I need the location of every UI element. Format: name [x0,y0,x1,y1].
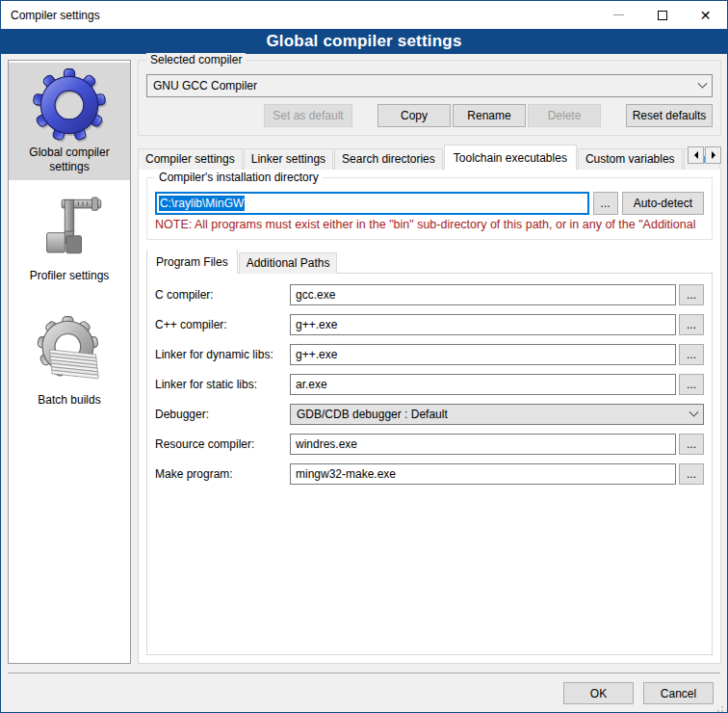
c-compiler-label: C compiler: [155,288,290,302]
maximize-button[interactable] [640,1,684,29]
sidebar-item-batch-builds[interactable]: Batch builds [9,310,130,413]
tab-search-directories[interactable]: Search directories [334,148,443,170]
installation-directory-group: Compiler's installation directory C:\ray… [146,177,713,240]
field-row-cpp-compiler: C++ compiler: ... [155,314,704,335]
window-controls: ✕ [597,1,727,29]
sidebar-item-label: Profiler settings [11,269,128,283]
compiler-tabs: Compiler settings Linker settings Search… [138,144,721,170]
linker-dynamic-input[interactable] [290,344,676,365]
minimize-button[interactable] [597,1,640,29]
debugger-select-value: GDB/CDB debugger : Default [297,408,448,421]
c-compiler-input[interactable] [290,284,676,305]
program-files-tabs: Program Files Additional Paths [146,250,713,274]
installation-directory-browse-button[interactable]: ... [593,192,618,215]
sidebar-item-global-compiler-settings[interactable]: Global compiler settings [9,63,130,180]
footer-separator [8,673,720,673]
compiler-buttons-row: Set as default Copy Rename Delete Reset … [146,104,713,127]
cpp-compiler-label: C++ compiler: [155,318,290,331]
rename-button[interactable]: Rename [453,104,526,127]
compiler-settings-dialog: Compiler settings ✕ Global compiler sett… [0,0,728,713]
installation-directory-row: C:\raylib\MinGW ... Auto-detect [155,192,704,215]
installation-directory-value: C:\raylib\MinGW [159,196,245,211]
installation-directory-input[interactable]: C:\raylib\MinGW [155,192,589,215]
linker-static-browse-button[interactable]: ... [679,374,704,395]
footer-buttons: OK Cancel [563,682,714,704]
dialog-content: Global compiler settings [1,54,727,712]
make-program-label: Make program: [155,467,290,481]
tab-custom-variables[interactable]: Custom variables [578,148,683,170]
field-row-linker-dynamic: Linker for dynamic libs: ... [155,344,704,365]
c-compiler-browse-button[interactable]: ... [679,284,704,305]
make-program-browse-button[interactable]: ... [679,463,704,485]
bin-subdirectory-note: NOTE: All programs must exist either in … [155,218,704,231]
tab-toolchain-executables[interactable]: Toolchain executables [444,145,577,170]
gear-stack-icon [32,315,107,390]
minimize-icon [613,14,624,15]
caliper-icon [32,191,107,266]
reset-defaults-button[interactable]: Reset defaults [626,104,713,127]
arrow-left-icon [694,151,698,159]
cpp-compiler-input[interactable] [290,314,676,335]
cancel-button[interactable]: Cancel [643,682,714,704]
resource-compiler-label: Resource compiler: [155,437,290,451]
tab-linker-settings[interactable]: Linker settings [244,148,333,170]
program-files-page: C compiler: ... C++ compiler: ... Linker… [146,273,713,655]
linker-dynamic-label: Linker for dynamic libs: [155,348,290,361]
arrow-right-icon [712,151,715,159]
installation-directory-group-label: Compiler's installation directory [155,171,323,184]
field-row-c-compiler: C compiler: ... [155,284,704,305]
blue-gear-icon [32,67,107,143]
chevron-down-icon [689,407,699,416]
make-program-input[interactable] [290,463,676,485]
resize-grip[interactable] [721,706,723,708]
linker-static-label: Linker for static libs: [155,378,290,391]
maximize-icon [658,11,667,20]
tab-scroll-arrows [688,146,721,164]
close-button[interactable]: ✕ [684,1,727,29]
dialog-banner: Global compiler settings [1,29,727,54]
cpp-compiler-browse-button[interactable]: ... [679,314,704,335]
copy-button[interactable]: Copy [377,104,451,127]
field-row-linker-static: Linker for static libs: ... [155,374,704,395]
linker-dynamic-browse-button[interactable]: ... [679,344,704,365]
tab-program-files[interactable]: Program Files [146,250,238,274]
sidebar-item-label: Global compiler settings [11,145,128,174]
toolchain-executables-panel: Compiler's installation directory C:\ray… [138,169,721,664]
ok-button[interactable]: OK [563,682,634,704]
debugger-label: Debugger: [155,408,290,421]
main-panel: Selected compiler GNU GCC Compiler Set a… [138,60,721,664]
selected-compiler-group: Selected compiler GNU GCC Compiler Set a… [138,60,721,136]
banner-title: Global compiler settings [266,32,461,51]
titlebar: Compiler settings ✕ [1,1,727,29]
tab-additional-paths[interactable]: Additional Paths [239,252,338,274]
debugger-select[interactable]: GDB/CDB debugger : Default [290,404,704,425]
chevron-down-icon [698,78,708,88]
field-row-make-program: Make program: ... [155,463,704,485]
settings-category-list: Global compiler settings [8,60,131,664]
field-row-resource-compiler: Resource compiler: ... [155,434,704,455]
tab-scroll-right-button[interactable] [705,146,721,164]
resource-compiler-input[interactable] [290,434,676,455]
compiler-select-value: GNU GCC Compiler [153,79,257,92]
field-row-debugger: Debugger: GDB/CDB debugger : Default [155,404,704,425]
tab-scroll-left-button[interactable] [688,146,704,164]
close-icon: ✕ [700,9,712,22]
auto-detect-button[interactable]: Auto-detect [622,192,704,215]
set-as-default-button: Set as default [264,104,352,127]
tab-compiler-settings[interactable]: Compiler settings [138,148,243,170]
compiler-select[interactable]: GNU GCC Compiler [146,74,713,97]
selected-compiler-group-label: Selected compiler [146,53,246,66]
sidebar-item-label: Batch builds [11,393,128,408]
linker-static-input[interactable] [290,374,676,395]
window-title: Compiler settings [1,9,100,22]
delete-button: Delete [528,104,601,127]
sidebar-item-profiler-settings[interactable]: Profiler settings [9,186,130,289]
resource-compiler-browse-button[interactable]: ... [679,434,704,455]
